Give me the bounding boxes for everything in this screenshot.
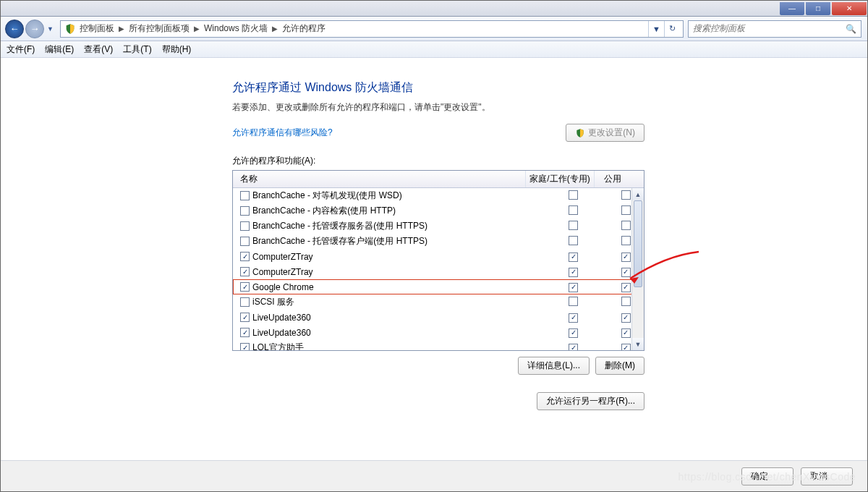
- chevron-right-icon: ▶: [272, 25, 278, 33]
- enable-checkbox[interactable]: [240, 252, 250, 261]
- table-row[interactable]: LiveUpdate360: [233, 310, 644, 325]
- table-row[interactable]: ComputerZTray: [233, 264, 644, 279]
- public-checkbox[interactable]: [621, 283, 631, 292]
- table-row[interactable]: BranchCache - 托管缓存客户端(使用 HTTPS): [233, 234, 644, 249]
- scroll-up-icon[interactable]: ▲: [632, 188, 644, 200]
- home-checkbox[interactable]: [569, 268, 578, 277]
- enable-checkbox[interactable]: [240, 282, 250, 292]
- back-button[interactable]: ←: [5, 20, 24, 38]
- program-name: LiveUpdate360: [252, 313, 311, 323]
- scroll-down-icon[interactable]: ▼: [632, 338, 644, 350]
- column-name[interactable]: 名称: [233, 171, 526, 187]
- public-checkbox[interactable]: [621, 190, 631, 200]
- details-button[interactable]: 详细信息(L)...: [518, 357, 590, 375]
- enable-checkbox[interactable]: [240, 206, 250, 216]
- minimize-button[interactable]: —: [780, 2, 804, 15]
- enable-checkbox[interactable]: [240, 297, 250, 307]
- scroll-thumb[interactable]: [634, 200, 642, 287]
- program-name: BranchCache - 对等机发现(使用 WSD): [252, 190, 402, 202]
- table-row[interactable]: LOL官方助手: [233, 340, 644, 350]
- chevron-right-icon: ▶: [194, 25, 200, 33]
- home-checkbox[interactable]: [569, 297, 578, 306]
- menubar: 文件(F) 编辑(E) 查看(V) 工具(T) 帮助(H): [1, 41, 867, 58]
- public-checkbox[interactable]: [621, 236, 631, 245]
- program-name: BranchCache - 托管缓存客户端(使用 HTTPS): [252, 235, 427, 247]
- change-settings-button[interactable]: 更改设置(N): [566, 124, 644, 142]
- enable-checkbox[interactable]: [240, 191, 250, 200]
- risk-link[interactable]: 允许程序通信有哪些风险?: [232, 127, 333, 139]
- programs-listbox: 名称 家庭/工作(专用) 公用 BranchCache - 对等机发现(使用 W…: [232, 170, 644, 351]
- control-panel-window: — □ ✕ ← → ▼ 控制面板 ▶ 所有控制面板项 ▶ Windows 防火墙…: [0, 0, 868, 492]
- enable-checkbox[interactable]: [240, 343, 250, 350]
- home-checkbox[interactable]: [569, 236, 578, 245]
- enable-checkbox[interactable]: [240, 267, 250, 276]
- home-checkbox[interactable]: [569, 328, 578, 338]
- enable-checkbox[interactable]: [240, 328, 250, 337]
- home-checkbox[interactable]: [569, 205, 578, 215]
- menu-file[interactable]: 文件(F): [7, 43, 35, 56]
- public-checkbox[interactable]: [621, 268, 631, 277]
- public-checkbox[interactable]: [621, 253, 631, 262]
- public-checkbox[interactable]: [621, 221, 631, 230]
- menu-help[interactable]: 帮助(H): [162, 43, 192, 56]
- menu-tools[interactable]: 工具(T): [123, 43, 151, 56]
- home-checkbox[interactable]: [569, 190, 578, 200]
- public-checkbox[interactable]: [621, 205, 631, 215]
- enable-checkbox[interactable]: [240, 237, 250, 246]
- search-input[interactable]: 搜索控制面板 🔍: [688, 20, 861, 38]
- table-row[interactable]: Google Chrome: [233, 279, 644, 294]
- page-title: 允许程序通过 Windows 防火墙通信: [232, 80, 644, 96]
- breadcrumb[interactable]: 所有控制面板项: [129, 22, 190, 35]
- allowed-programs-label: 允许的程序和功能(A):: [232, 155, 644, 167]
- program-name: ComputerZTray: [252, 252, 313, 262]
- program-name: LiveUpdate360: [252, 328, 311, 338]
- remove-button[interactable]: 删除(M): [595, 357, 644, 375]
- home-checkbox[interactable]: [569, 283, 578, 292]
- nav-history-dropdown[interactable]: ▼: [47, 25, 56, 33]
- titlebar: — □ ✕: [1, 1, 867, 17]
- table-row[interactable]: iSCSI 服务: [233, 294, 644, 310]
- allow-another-program-button[interactable]: 允许运行另一程序(R)...: [537, 392, 644, 410]
- control-panel-icon: [64, 22, 77, 35]
- program-name: LOL官方助手: [252, 342, 304, 350]
- forward-button[interactable]: →: [25, 20, 44, 38]
- home-checkbox[interactable]: [569, 221, 578, 230]
- public-checkbox[interactable]: [621, 297, 631, 306]
- list-header: 名称 家庭/工作(专用) 公用: [233, 171, 644, 188]
- home-checkbox[interactable]: [569, 253, 578, 262]
- home-checkbox[interactable]: [569, 344, 578, 350]
- table-row[interactable]: ComputerZTray: [233, 249, 644, 264]
- program-name: ComputerZTray: [252, 267, 313, 277]
- refresh-button[interactable]: ↻: [664, 21, 680, 37]
- breadcrumb[interactable]: Windows 防火墙: [204, 22, 268, 35]
- address-bar[interactable]: 控制面板 ▶ 所有控制面板项 ▶ Windows 防火墙 ▶ 允许的程序 ▼ ↻: [60, 20, 684, 38]
- menu-edit[interactable]: 编辑(E): [45, 43, 74, 56]
- cancel-button[interactable]: 取消: [801, 467, 853, 485]
- enable-checkbox[interactable]: [240, 313, 250, 322]
- list-body: BranchCache - 对等机发现(使用 WSD)BranchCache -…: [233, 188, 644, 350]
- table-row[interactable]: BranchCache - 托管缓存服务器(使用 HTTPS): [233, 219, 644, 234]
- address-dropdown[interactable]: ▼: [648, 21, 664, 37]
- public-checkbox[interactable]: [621, 313, 631, 323]
- enable-checkbox[interactable]: [240, 221, 250, 231]
- navbar: ← → ▼ 控制面板 ▶ 所有控制面板项 ▶ Windows 防火墙 ▶ 允许的…: [1, 17, 867, 41]
- public-checkbox[interactable]: [621, 328, 631, 338]
- maximize-button[interactable]: □: [806, 2, 830, 15]
- close-button[interactable]: ✕: [832, 2, 867, 15]
- column-home[interactable]: 家庭/工作(专用): [526, 171, 595, 187]
- search-placeholder: 搜索控制面板: [693, 22, 745, 35]
- menu-view[interactable]: 查看(V): [84, 43, 113, 56]
- scrollbar[interactable]: ▲ ▼: [631, 188, 644, 350]
- breadcrumb[interactable]: 控制面板: [80, 22, 114, 35]
- home-checkbox[interactable]: [569, 313, 578, 323]
- change-settings-label: 更改设置(N): [588, 127, 635, 139]
- breadcrumb[interactable]: 允许的程序: [282, 22, 326, 35]
- public-checkbox[interactable]: [621, 344, 631, 350]
- column-public[interactable]: 公用: [595, 171, 631, 187]
- table-row[interactable]: BranchCache - 内容检索(使用 HTTP): [233, 203, 644, 219]
- table-row[interactable]: BranchCache - 对等机发现(使用 WSD): [233, 188, 644, 203]
- chevron-right-icon: ▶: [119, 25, 124, 33]
- table-row[interactable]: LiveUpdate360: [233, 325, 644, 340]
- ok-button[interactable]: 确定: [741, 467, 793, 485]
- search-icon: 🔍: [846, 24, 856, 34]
